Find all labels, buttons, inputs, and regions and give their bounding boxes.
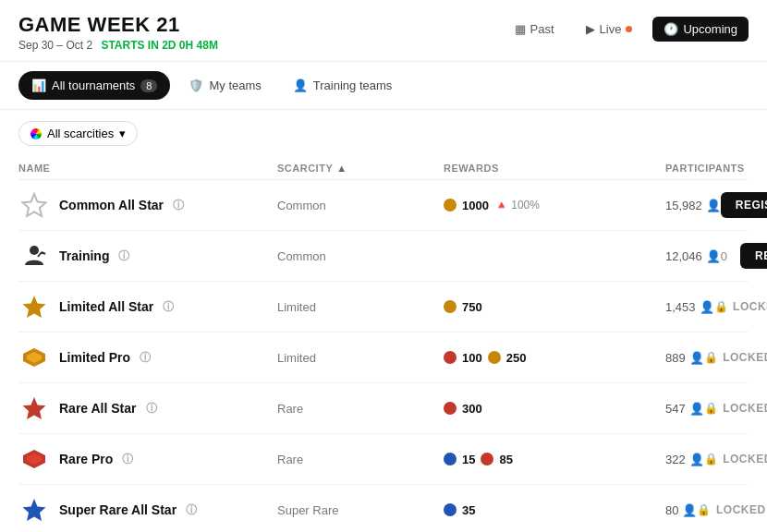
svg-point-1 [30, 246, 39, 255]
locked-label: 🔒 LOCKED [704, 402, 767, 415]
tournament-participants-row: 322 👤 🔒 LOCKED [665, 453, 767, 466]
tournament-icon-super-rare-allstar [18, 494, 50, 526]
tournament-name-super-rare-allstar: Super Rare All Star ⓘ [18, 494, 277, 526]
person-icon: 👤 [706, 199, 721, 212]
reward-amount: 35 [462, 503, 475, 517]
reward-amount: 15 [462, 453, 475, 466]
participants-count: 80 👤 [665, 503, 697, 517]
tournament-label: Rare Pro [59, 452, 113, 466]
live-button[interactable]: ▶ Live [575, 17, 644, 42]
header-subtitle: Sep 30 – Oct 2 STARTS IN 2D 0H 48M [18, 39, 218, 52]
upcoming-label: Upcoming [683, 22, 737, 36]
tournament-scarcity: Limited [277, 351, 444, 365]
coin-icon-gold [488, 351, 501, 364]
info-icon[interactable]: ⓘ [140, 350, 151, 366]
scarcity-filter-button[interactable]: All scarcities ▾ [18, 121, 138, 146]
tab-training-teams[interactable]: 👤 Training teams [280, 71, 406, 100]
tab-all-tournaments-label: All tournaments [52, 79, 135, 92]
info-icon[interactable]: ⓘ [118, 248, 129, 264]
coin-icon-red [481, 453, 493, 466]
zero-badge: 0 [721, 249, 727, 263]
tournament-label: Limited All Star [59, 299, 153, 314]
lock-icon: 🔒 [704, 402, 719, 415]
tournament-scarcity: Rare [277, 402, 444, 416]
tab-all-tournaments[interactable]: 📊 All tournaments 8 [18, 71, 170, 100]
info-icon[interactable]: ⓘ [163, 299, 174, 315]
reward-amount: 100 [462, 351, 482, 365]
info-icon[interactable]: ⓘ [146, 401, 157, 417]
action-area: 🔒 LOCKED [697, 503, 765, 516]
tab-all-tournaments-count: 8 [140, 79, 157, 92]
action-area: 🔒 LOCKED [714, 300, 767, 313]
register-button[interactable]: REGISTER [740, 243, 767, 269]
tournament-rewards: 300 [444, 402, 665, 416]
tournament-label: Training [59, 248, 109, 263]
locked-label: 🔒 LOCKED [714, 300, 767, 313]
reward-amount: 300 [462, 402, 482, 416]
coin-icon-blue [444, 503, 457, 516]
date-range: Sep 30 – Oct 2 [18, 39, 92, 52]
chevron-down-icon: ▾ [119, 127, 126, 140]
tournament-participants-row: 547 👤 🔒 LOCKED [665, 402, 767, 416]
coin-icon-gold [444, 199, 457, 212]
tournament-name-rare-pro: Rare Pro ⓘ [18, 443, 277, 475]
locked-label: 🔒 LOCKED [704, 453, 767, 466]
table-row: Common All Star ⓘ Common 1000 🔺 100% 15,… [18, 180, 749, 231]
participants-count: 322 👤 [665, 453, 704, 466]
lock-icon: 🔒 [697, 503, 712, 516]
tournament-scarcity: Limited [277, 300, 444, 314]
action-area: 🔒 LOCKED [704, 453, 767, 466]
person-icon: 👤 [689, 351, 704, 365]
table-row: Limited Pro ⓘ Limited 100 250 889 👤 🔒 LO… [18, 332, 749, 383]
locked-label: 🔒 LOCKED [704, 351, 767, 364]
reward-amount: 1000 [462, 199, 489, 212]
col-header-participants: PARTICIPANTS [665, 163, 749, 174]
tournament-participants-row: 80 👤 🔒 LOCKED [665, 503, 766, 517]
nav-tabs: 📊 All tournaments 8 🛡️ My teams 👤 Traini… [0, 62, 767, 110]
participants-count: 547 👤 [665, 402, 704, 416]
action-area: 🔒 LOCKED [704, 351, 767, 364]
tournaments-table: NAME SCARCITY ▲ REWARDS PARTICIPANTS Com… [0, 157, 767, 532]
action-area: 🔒 LOCKED [704, 402, 767, 415]
tournament-name-limited-pro: Limited Pro ⓘ [18, 342, 277, 373]
svg-marker-5 [23, 397, 46, 419]
rainbow-icon [30, 128, 42, 139]
reward-amount: 85 [499, 453, 512, 466]
tournament-name-limited-allstar: Limited All Star ⓘ [18, 291, 277, 322]
tournament-participants-row: 889 👤 🔒 LOCKED [665, 351, 767, 365]
tab-my-teams[interactable]: 🛡️ My teams [176, 71, 274, 100]
reward-amount: 250 [506, 351, 527, 365]
info-icon[interactable]: ⓘ [122, 452, 133, 467]
info-icon[interactable]: ⓘ [186, 502, 197, 518]
header-left: GAME WEEK 21 Sep 30 – Oct 2 STARTS IN 2D… [18, 13, 218, 52]
tournament-rewards: 100 250 [444, 351, 665, 365]
tournament-participants-row: 15,982 👤 REGISTER [665, 192, 767, 218]
info-icon[interactable]: ⓘ [173, 198, 184, 213]
participants-count: 12,046 👤 [665, 249, 721, 263]
tournament-participants-row: 12,046 👤 0 REGISTER [665, 243, 767, 269]
participants-count: 889 👤 [665, 351, 704, 365]
tournament-icon-rare-pro [18, 443, 50, 475]
table-row: Rare All Star ⓘ Rare 300 547 👤 🔒 LOCKED [18, 383, 749, 434]
person-icon: 👤 [700, 300, 714, 314]
tournament-label: Rare All Star [59, 401, 137, 416]
live-icon: ▶ [586, 22, 595, 36]
coin-icon-red [444, 402, 457, 415]
tournament-icon-limited-allstar [18, 291, 50, 322]
live-dot-icon [626, 26, 632, 32]
past-label: Past [530, 22, 554, 36]
tournament-rewards: 15 85 [444, 453, 665, 466]
table-row: Super Rare All Star ⓘ Super Rare 35 80 👤… [18, 485, 749, 532]
table-row: Limited All Star ⓘ Limited 750 1,453 👤 🔒… [18, 282, 749, 332]
tournament-icon-training [18, 240, 50, 272]
col-header-name: NAME [18, 163, 277, 174]
coin-icon-gold [444, 300, 457, 313]
upcoming-button[interactable]: 🕐 Upcoming [652, 17, 749, 42]
tournament-scarcity: Rare [277, 453, 444, 466]
live-label: Live [600, 22, 622, 36]
tournament-rewards: 750 [444, 300, 665, 314]
reward-percent: 🔺 100% [494, 199, 540, 212]
past-button[interactable]: ▦ Past [504, 17, 566, 42]
register-button[interactable]: REGISTER [721, 192, 767, 218]
svg-marker-0 [23, 194, 46, 216]
